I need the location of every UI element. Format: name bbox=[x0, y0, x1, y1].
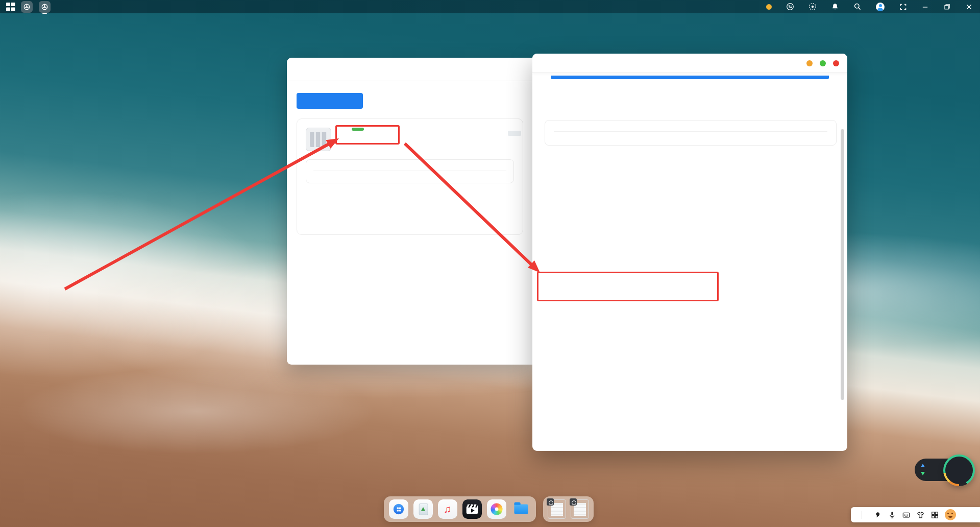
window-preview[interactable] bbox=[571, 499, 589, 519]
maximize-light-button[interactable] bbox=[820, 60, 826, 66]
top-taskbar bbox=[0, 0, 980, 13]
taskbar-app-storage[interactable] bbox=[21, 1, 33, 13]
pool-card[interactable] bbox=[297, 118, 523, 235]
voice-input-icon[interactable] bbox=[888, 511, 896, 519]
dock-music[interactable] bbox=[438, 499, 457, 519]
steering-wheel-icon bbox=[41, 3, 48, 11]
recycle-bin-icon bbox=[413, 499, 433, 519]
ime-mascot-icon[interactable] bbox=[945, 509, 956, 520]
ime-toolbox-icon[interactable] bbox=[930, 511, 939, 519]
fullscreen-icon[interactable] bbox=[899, 3, 907, 11]
video-icon bbox=[462, 499, 482, 519]
minimize-light-button[interactable] bbox=[806, 60, 813, 66]
restore-icon[interactable] bbox=[943, 3, 951, 11]
active-app-indicator bbox=[42, 13, 47, 14]
pool-options-dialog bbox=[532, 54, 847, 451]
dialog-vdev-panel bbox=[545, 120, 837, 146]
minimize-icon[interactable] bbox=[921, 3, 929, 11]
user-avatar[interactable] bbox=[876, 3, 885, 11]
pool-usage-bar bbox=[551, 76, 829, 79]
open-windows-group bbox=[543, 496, 594, 522]
sync-icon[interactable] bbox=[786, 3, 794, 11]
music-icon bbox=[438, 499, 457, 519]
dock-app-launcher[interactable] bbox=[389, 499, 408, 519]
dialog-titlebar[interactable] bbox=[532, 54, 847, 73]
divider bbox=[554, 131, 827, 132]
dialog-scrollbar[interactable] bbox=[841, 129, 844, 400]
taskbar-app-settings[interactable] bbox=[39, 1, 51, 13]
ime-toolbar bbox=[851, 507, 980, 522]
skin-theme-icon[interactable] bbox=[916, 511, 925, 519]
upload-arrow-icon bbox=[921, 464, 925, 467]
notifications-bell-icon[interactable] bbox=[831, 3, 839, 11]
dock-video[interactable] bbox=[462, 499, 482, 519]
divider bbox=[862, 511, 862, 519]
albums-icon bbox=[487, 499, 506, 519]
dock-recycle-bin[interactable] bbox=[413, 499, 433, 519]
vdev-panel bbox=[306, 159, 514, 183]
dock-albums[interactable] bbox=[487, 499, 506, 519]
nas-device-image bbox=[306, 128, 331, 151]
desktop-icon-grid bbox=[14, 36, 127, 481]
screen-record-icon[interactable] bbox=[808, 3, 817, 11]
dock-files[interactable] bbox=[511, 499, 531, 519]
desktop-root bbox=[0, 0, 980, 527]
storage-tab-bar bbox=[287, 58, 533, 81]
usage-ring bbox=[943, 454, 975, 486]
create-pool-button[interactable] bbox=[297, 93, 363, 109]
pool-status-badge bbox=[352, 128, 364, 131]
usage-mini-bar bbox=[508, 131, 521, 136]
status-dot-icon[interactable] bbox=[766, 4, 772, 10]
download-arrow-icon bbox=[921, 472, 925, 475]
dialog-body bbox=[532, 73, 847, 451]
start-menu-icon[interactable] bbox=[6, 3, 15, 11]
close-icon[interactable] bbox=[965, 3, 973, 11]
search-icon[interactable] bbox=[853, 3, 862, 11]
close-light-button[interactable] bbox=[833, 60, 839, 66]
app-grid-icon bbox=[389, 499, 408, 519]
virtual-keyboard-icon[interactable] bbox=[902, 511, 911, 519]
steering-wheel-icon bbox=[23, 3, 31, 11]
dock bbox=[384, 496, 536, 522]
window-preview[interactable] bbox=[548, 499, 566, 519]
ink-handwriting-icon[interactable] bbox=[873, 511, 882, 519]
storage-manager-window bbox=[287, 58, 533, 365]
divider bbox=[313, 171, 506, 171]
pool-usage-fragment bbox=[508, 128, 521, 136]
folder-icon bbox=[511, 499, 531, 519]
